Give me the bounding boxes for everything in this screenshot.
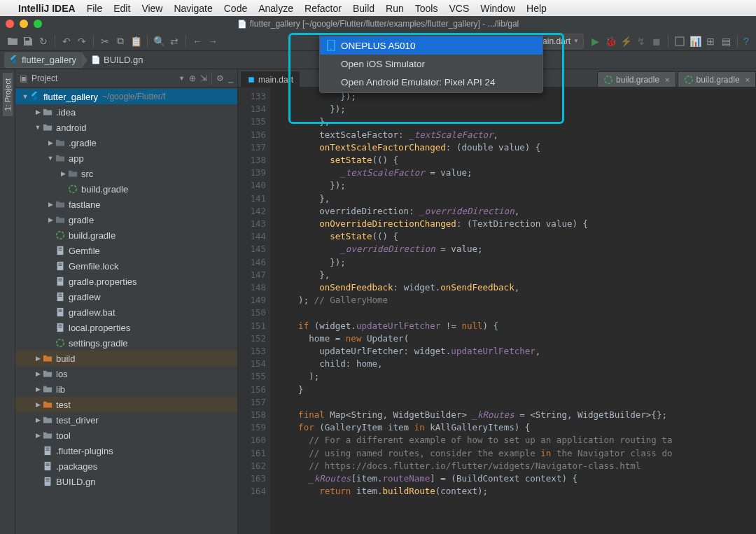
- refresh-icon[interactable]: ↻: [38, 36, 49, 47]
- hide-panel-icon[interactable]: ⎯: [228, 73, 233, 83]
- tree-node[interactable]: .flutter-plugins: [15, 443, 237, 458]
- chevron-down-icon[interactable]: ▼: [178, 75, 185, 82]
- tree-node[interactable]: ▶src: [15, 166, 237, 181]
- tree-node[interactable]: gradle.properties: [15, 274, 237, 289]
- tree-node[interactable]: settings.gradle: [15, 335, 237, 351]
- device-popup-item[interactable]: Open iOS Simulator: [320, 55, 542, 73]
- project-view-icon[interactable]: ▣: [20, 73, 27, 83]
- menu-window[interactable]: Window: [480, 3, 515, 14]
- editor-tab[interactable]: main.dart: [241, 71, 300, 87]
- hot-restart-icon[interactable]: ↯: [636, 36, 647, 47]
- tree-node[interactable]: ▶.idea: [15, 104, 237, 120]
- maximize-window-button[interactable]: [34, 20, 42, 28]
- editor-area: main.dartbuild.gradle×build.gradle× 133 …: [238, 69, 756, 534]
- copy-icon[interactable]: ⧉: [115, 36, 126, 47]
- close-tab-icon[interactable]: ×: [746, 76, 750, 84]
- tree-node[interactable]: ▼app: [15, 150, 237, 166]
- tree-node[interactable]: ▶fastlane: [15, 197, 237, 212]
- flutter-icon: [9, 55, 19, 65]
- svg-rect-9: [58, 250, 62, 251]
- open-file-icon[interactable]: [7, 36, 18, 47]
- close-tab-icon[interactable]: ×: [665, 76, 669, 84]
- debug-button-icon[interactable]: 🐞: [605, 36, 616, 47]
- tree-node[interactable]: gradlew: [15, 289, 237, 304]
- tree-node[interactable]: ▶.gradle: [15, 135, 237, 150]
- menu-tools[interactable]: Tools: [415, 3, 438, 14]
- run-button-icon[interactable]: ▶: [589, 36, 601, 47]
- tree-node[interactable]: ▼flutter_gallery~/google/Flutter/f: [15, 89, 237, 104]
- redo-icon[interactable]: ↷: [76, 36, 88, 47]
- svg-rect-24: [58, 310, 62, 311]
- tree-node[interactable]: ▶ios: [15, 366, 237, 381]
- editor-gutter: 133 134 135 136 137 138 139 140 141 142 …: [238, 87, 270, 534]
- undo-icon[interactable]: ↶: [61, 36, 72, 47]
- app-name[interactable]: IntelliJ IDEA: [18, 3, 76, 14]
- back-icon[interactable]: ←: [192, 36, 203, 47]
- tree-node[interactable]: ▶build: [15, 351, 237, 366]
- profiler-icon[interactable]: 📊: [690, 36, 701, 47]
- menu-code[interactable]: Code: [224, 3, 247, 14]
- tree-node[interactable]: local.properties: [15, 320, 237, 335]
- menu-vcs[interactable]: VCS: [449, 3, 469, 14]
- tree-node[interactable]: Gemfile: [15, 243, 237, 258]
- flutter-inspector-icon[interactable]: [674, 36, 685, 47]
- menu-build[interactable]: Build: [353, 3, 374, 14]
- menu-run[interactable]: Run: [386, 3, 404, 14]
- menu-view[interactable]: View: [141, 3, 162, 14]
- code-editor[interactable]: }); }); }, textScaleFactor: _textScaleFa…: [270, 87, 756, 534]
- menu-edit[interactable]: Edit: [113, 3, 130, 14]
- svg-rect-25: [58, 311, 62, 312]
- tree-node[interactable]: .packages: [15, 458, 237, 474]
- forward-icon[interactable]: →: [207, 36, 218, 47]
- project-panel-header: ▣ Project ▼ ⊕ ⇲ ⚙ ⎯: [15, 69, 237, 87]
- tree-node[interactable]: build.gradle: [15, 227, 237, 243]
- hot-reload-toolbar-icon[interactable]: ⚡: [620, 36, 631, 47]
- select-opened-file-icon[interactable]: ⊕: [189, 73, 196, 83]
- collapse-all-icon[interactable]: ⇲: [200, 73, 207, 83]
- gear-icon[interactable]: ⚙: [216, 73, 224, 83]
- replace-icon[interactable]: ⇄: [169, 36, 180, 47]
- help-icon[interactable]: ?: [741, 36, 752, 47]
- svg-rect-32: [46, 448, 49, 449]
- menu-analyze[interactable]: Analyze: [258, 3, 293, 14]
- svg-rect-41: [46, 479, 49, 480]
- project-tool-tab[interactable]: 1: Project: [3, 73, 13, 116]
- editor-tab[interactable]: build.gradle×: [678, 71, 756, 87]
- svg-rect-7: [58, 248, 62, 248]
- menu-file[interactable]: File: [87, 3, 103, 14]
- menu-refactor[interactable]: Refactor: [304, 3, 342, 14]
- svg-rect-42: [46, 481, 49, 482]
- tree-node[interactable]: ▼android: [15, 120, 237, 135]
- tree-node[interactable]: ▶tool: [15, 428, 237, 443]
- avd-manager-icon[interactable]: ▤: [720, 36, 732, 47]
- minimize-window-button[interactable]: [20, 20, 28, 28]
- svg-point-4: [69, 185, 77, 193]
- breadcrumb-file[interactable]: 📄 BUILD.gn: [87, 52, 148, 68]
- tree-node[interactable]: ▶lib: [15, 381, 237, 397]
- close-window-button[interactable]: [6, 20, 14, 28]
- editor-tab[interactable]: build.gradle×: [597, 71, 676, 87]
- tree-node[interactable]: ▶gradle: [15, 212, 237, 227]
- menu-help[interactable]: Help: [526, 3, 547, 14]
- tree-node[interactable]: BUILD.gn: [15, 474, 237, 489]
- project-panel-title[interactable]: Project: [31, 73, 57, 83]
- tree-node[interactable]: build.gradle: [15, 181, 237, 197]
- structure-icon[interactable]: ⊞: [705, 36, 716, 47]
- find-icon[interactable]: 🔍: [153, 36, 164, 47]
- svg-point-44: [685, 76, 692, 83]
- menu-navigate[interactable]: Navigate: [174, 3, 212, 14]
- tree-node[interactable]: ▶test: [15, 397, 237, 412]
- device-popup-item[interactable]: ONEPLUS A5010: [320, 36, 542, 55]
- cut-icon[interactable]: ✂: [99, 36, 111, 47]
- device-popup-item[interactable]: Open Android Emulator: Pixel API 24: [320, 73, 542, 91]
- tree-node[interactable]: gradlew.bat: [15, 304, 237, 320]
- tree-node[interactable]: ▶test_driver: [15, 412, 237, 428]
- tree-node[interactable]: Gemfile.lock: [15, 258, 237, 274]
- svg-rect-12: [58, 264, 62, 265]
- breadcrumb-project[interactable]: flutter_gallery: [4, 52, 83, 68]
- project-tree[interactable]: ▼flutter_gallery~/google/Flutter/f▶.idea…: [15, 87, 237, 534]
- paste-icon[interactable]: 📋: [130, 36, 141, 47]
- svg-rect-20: [58, 295, 62, 295]
- stop-button-icon[interactable]: ◼: [651, 36, 662, 47]
- save-all-icon[interactable]: [22, 36, 34, 47]
